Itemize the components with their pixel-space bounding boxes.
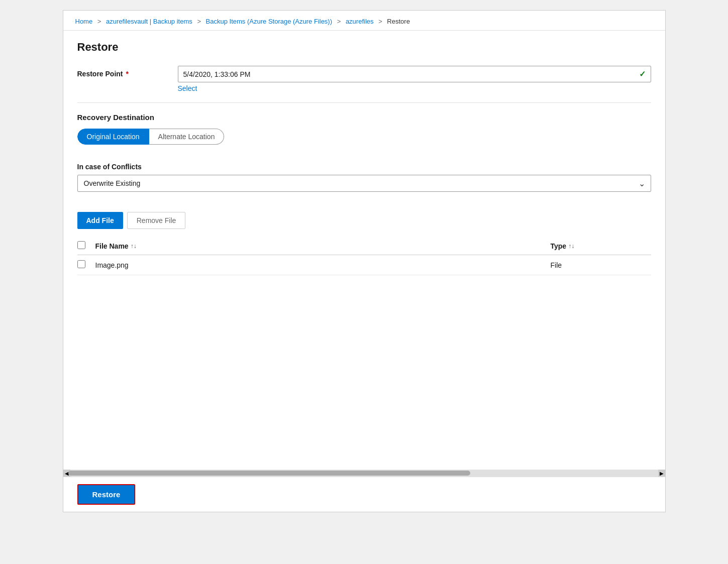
- breadcrumb-home[interactable]: Home: [75, 18, 93, 25]
- location-toggle-group: Original Location Alternate Location: [77, 129, 651, 145]
- alternate-location-btn[interactable]: Alternate Location: [149, 129, 225, 145]
- restore-point-row: Restore Point * 5/4/2020, 1:33:06 PM ✓ S…: [77, 66, 651, 92]
- restore-point-label: Restore Point *: [77, 66, 178, 78]
- restore-point-input[interactable]: 5/4/2020, 1:33:06 PM ✓: [178, 66, 651, 82]
- breadcrumb-azure-files[interactable]: Backup Items (Azure Storage (Azure Files…: [206, 18, 332, 25]
- select-all-checkbox[interactable]: [77, 241, 85, 249]
- breadcrumb-azurefiles[interactable]: azurefiles: [346, 18, 374, 25]
- row-checkbox-cell: [77, 255, 95, 275]
- restore-point-control: 5/4/2020, 1:33:06 PM ✓ Select: [178, 66, 651, 92]
- scrollbar-thumb[interactable]: [68, 471, 470, 476]
- filename-sort-icon[interactable]: ↑↓: [131, 243, 137, 250]
- breadcrumb-backup-items[interactable]: azurefilesvault | Backup items: [106, 18, 192, 25]
- separator-1: [77, 102, 651, 103]
- restore-point-value: 5/4/2020, 1:33:06 PM: [183, 70, 639, 78]
- add-file-button[interactable]: Add File: [77, 212, 123, 229]
- breadcrumb-current: Restore: [387, 18, 410, 25]
- table-header-row: File Name ↑↓ Type ↑↓: [77, 237, 651, 255]
- row-filename: Image.png: [95, 255, 551, 275]
- file-table: File Name ↑↓ Type ↑↓: [77, 237, 651, 275]
- footer-bar: Restore: [63, 477, 665, 512]
- breadcrumb-sep-4: >: [378, 18, 384, 25]
- conflicts-section: In case of Conflicts Overwrite Existing …: [77, 163, 651, 192]
- required-star: *: [124, 70, 129, 78]
- original-location-btn[interactable]: Original Location: [77, 129, 149, 145]
- conflicts-dropdown-wrapper: Overwrite Existing Skip Keep Both ⌄: [77, 175, 651, 192]
- row-checkbox[interactable]: [77, 260, 85, 268]
- breadcrumb-sep-3: >: [337, 18, 343, 25]
- header-type: Type ↑↓: [551, 237, 651, 255]
- conflicts-dropdown[interactable]: Overwrite Existing Skip Keep Both: [77, 175, 651, 192]
- check-icon: ✓: [639, 69, 646, 79]
- recovery-destination-heading: Recovery Destination: [77, 113, 651, 122]
- conflicts-label: In case of Conflicts: [77, 163, 651, 171]
- header-checkbox-col: [77, 237, 95, 255]
- type-sort-icon[interactable]: ↑↓: [568, 243, 574, 250]
- filename-col-label: File Name: [95, 242, 129, 250]
- recovery-destination-section: Recovery Destination Original Location A…: [77, 113, 651, 145]
- select-link[interactable]: Select: [178, 84, 197, 92]
- file-buttons-row: Add File Remove File: [77, 212, 651, 229]
- main-content: Restore Restore Point * 5/4/2020, 1:33:0…: [63, 31, 665, 470]
- table-row: Image.png File: [77, 255, 651, 275]
- type-col-label: Type: [551, 242, 567, 250]
- page-container: Home > azurefilesvault | Backup items > …: [63, 10, 666, 512]
- scroll-right-arrow[interactable]: ▶: [658, 470, 665, 477]
- page-title: Restore: [77, 41, 651, 54]
- row-type: File: [551, 255, 651, 275]
- breadcrumb-sep-1: >: [97, 18, 103, 25]
- remove-file-button[interactable]: Remove File: [127, 212, 186, 229]
- breadcrumb-sep-2: >: [197, 18, 202, 25]
- breadcrumb: Home > azurefilesvault | Backup items > …: [63, 11, 665, 31]
- header-filename: File Name ↑↓: [95, 237, 551, 255]
- restore-button[interactable]: Restore: [77, 484, 136, 505]
- horizontal-scrollbar[interactable]: ◀ ▶: [63, 470, 665, 477]
